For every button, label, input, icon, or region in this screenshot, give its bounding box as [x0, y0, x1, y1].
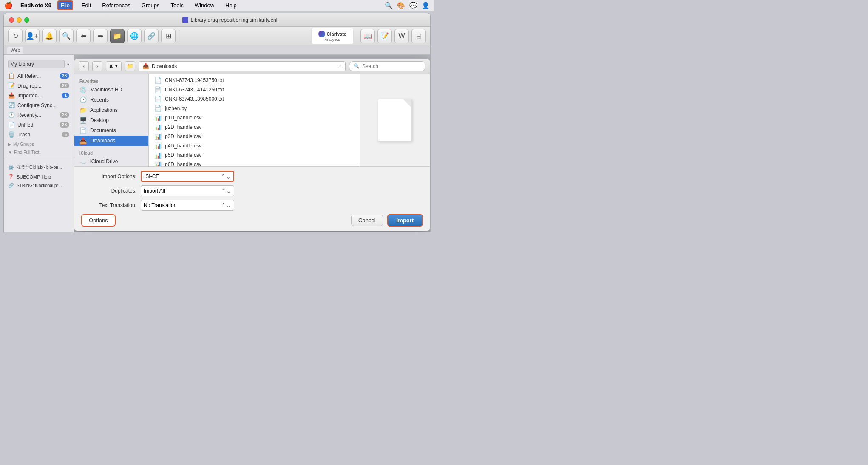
trash-icon: 🗑️ [8, 131, 15, 138]
import-options-select[interactable]: ISI-CE ⌃⌄ [141, 171, 234, 182]
file-item-p5d[interactable]: 📊 p5D_handle.csv [149, 150, 360, 160]
sidebar-item-all-references[interactable]: 📋 All Refer... 28 [4, 71, 74, 81]
menu-window[interactable]: Window [192, 1, 217, 9]
import-button[interactable]: Import [387, 214, 423, 227]
my-groups-section[interactable]: ▶ My Groups [4, 139, 74, 147]
sidebar-bottom-item-3[interactable]: 🔗 STRING: functional protein [4, 181, 74, 190]
add-reference-button[interactable]: 👤+ [25, 29, 40, 43]
search-input[interactable] [362, 63, 413, 69]
text-translation-select[interactable]: No Translation ⌃⌄ [141, 200, 234, 211]
file-item-p4d[interactable]: 📊 p4D_handle.csv [149, 141, 360, 150]
sidebar-recents[interactable]: 🕐 Recents [74, 95, 148, 105]
wechat-icon[interactable]: 💬 [409, 2, 417, 9]
file-item-cnki2[interactable]: 📄 CNKI-63743...4141250.txt [149, 85, 360, 94]
sidebar-item-configure-sync[interactable]: 🔄 Configure Sync... [4, 100, 74, 110]
sidebar-item-drug-rep[interactable]: 📝 Drug rep... 22 [4, 81, 74, 91]
file-item-p3d[interactable]: 📊 p3D_handle.csv [149, 132, 360, 141]
preview-corner [403, 99, 411, 108]
sidebar-bottom-item-1[interactable]: ⚙️ 江莹莹GitHub - bio-onto... [4, 163, 74, 172]
location-bar[interactable]: 📥 Downloads ⌃ [139, 61, 346, 71]
import-options-row: Import Options: ISI-CE ⌃⌄ [81, 171, 423, 182]
next-reference-button[interactable]: ➡ [93, 29, 108, 43]
minimize-button[interactable] [17, 17, 22, 23]
file-item-cnki1[interactable]: 📄 CNKI-63743...9453750.txt [149, 76, 360, 85]
apple-menu-icon[interactable]: 🍎 [4, 1, 13, 9]
sidebar-downloads[interactable]: 📥 Downloads [74, 136, 148, 146]
creative-cloud-icon[interactable]: 🎨 [397, 2, 405, 9]
notifications-button[interactable]: 🔔 [42, 29, 57, 43]
location-icon: 📥 [142, 63, 149, 69]
online-search-button[interactable]: 🌐 [127, 29, 142, 43]
file-item-p1d[interactable]: 📊 p1D_handle.csv [149, 113, 360, 122]
sidebar-item-recently[interactable]: 🕐 Recently... 28 [4, 110, 74, 120]
sidebar-bottom-item-2[interactable]: ❓ SUBCOMP Help [4, 172, 74, 181]
menu-tools[interactable]: Tools [168, 1, 186, 9]
file-item-p6d[interactable]: 📊 p6D_handle.csv [149, 160, 360, 166]
drug-rep-icon: 📝 [8, 82, 15, 89]
sidebar-documents[interactable]: 📄 Documents [74, 125, 148, 136]
duplicates-arrow: ⌃⌄ [221, 187, 231, 194]
layout-button[interactable]: ⊞ [161, 29, 176, 43]
groups-button[interactable]: 🔗 [144, 29, 159, 43]
favorites-label: Favorites [74, 77, 148, 85]
local-library-button[interactable]: 📁 [110, 29, 125, 43]
dialog-sidebar: Favorites 💿 Macintosh HD 🕐 Recents 📁 App… [74, 74, 149, 166]
cite-button[interactable]: 📖 [360, 29, 375, 43]
content-area: ‹ › ⊞ ▾ 📁 📥 Downloads ⌃ 🔍 [74, 55, 430, 232]
view-mode-button[interactable]: ⊞ ▾ [106, 61, 122, 71]
search-button[interactable]: 🔍 [59, 29, 74, 43]
github-icon: ⚙️ [8, 165, 14, 170]
recently-icon: 🕐 [8, 112, 15, 118]
sidebar-macintosh-hd[interactable]: 💿 Macintosh HD [74, 85, 148, 95]
user-icon[interactable]: 👤 [422, 2, 430, 9]
file-item-cnki3[interactable]: 📄 CNKI-63743...3985000.txt [149, 94, 360, 104]
all-references-badge: 28 [60, 73, 69, 79]
recently-badge: 28 [60, 112, 69, 118]
sidebar-desktop[interactable]: 🖥️ Desktop [74, 115, 148, 125]
new-folder-button[interactable]: 📁 [125, 61, 135, 71]
web-tab[interactable]: Web [7, 47, 23, 54]
search-bar[interactable]: 🔍 [349, 61, 425, 71]
cancel-button[interactable]: Cancel [351, 215, 383, 226]
menu-file[interactable]: File [57, 0, 73, 10]
word-button[interactable]: W [394, 29, 409, 43]
find-full-text-section[interactable]: ▼ Find Full Text [4, 147, 74, 156]
maximize-button[interactable] [24, 17, 29, 23]
documents-icon: 📄 [79, 127, 87, 134]
options-button[interactable]: Options [81, 214, 116, 227]
location-text: Downloads [152, 63, 336, 69]
configure-sync-icon: 🔄 [8, 102, 15, 108]
sidebar-item-trash[interactable]: 🗑️ Trash 5 [4, 130, 74, 139]
sidebar-item-unfiled[interactable]: 📄 Unfiled 28 [4, 120, 74, 130]
layout-toggle-button[interactable]: ⊟ [411, 29, 426, 43]
clarivate-sub: Analytics [325, 37, 340, 42]
nav-forward-button[interactable]: › [92, 61, 102, 71]
text-translation-label: Text Translation: [81, 202, 136, 208]
search-icon[interactable]: 🔍 [385, 2, 393, 9]
dialog-bottom: Import Options: ISI-CE ⌃⌄ Duplicates: Im… [74, 166, 430, 231]
prev-reference-button[interactable]: ⬅ [76, 29, 91, 43]
preview-document [378, 99, 412, 142]
downloads-icon: 📥 [79, 137, 87, 144]
bibliography-button[interactable]: 📝 [377, 29, 392, 43]
sidebar-item-imported[interactable]: 📥 Imported... 1 [4, 91, 74, 100]
menu-references[interactable]: References [99, 1, 133, 9]
menu-edit[interactable]: Edit [79, 1, 94, 9]
file-item-juzhen[interactable]: 📄 juzhen.py [149, 104, 360, 113]
menu-groups[interactable]: Groups [139, 1, 162, 9]
close-button[interactable] [9, 17, 14, 23]
text-translation-row: Text Translation: No Translation ⌃⌄ [81, 200, 423, 211]
sync-button[interactable]: ↻ [8, 29, 23, 43]
help-icon: ❓ [8, 174, 14, 179]
file-item-p2d[interactable]: 📊 p2D_handle.csv [149, 122, 360, 132]
nav-back-button[interactable]: ‹ [79, 61, 89, 71]
toolbar-divider-1 [180, 30, 180, 42]
dropdown-arrow: ▾ [67, 62, 69, 67]
file-name-cnki1: CNKI-63743...9453750.txt [165, 77, 355, 83]
sidebar-header: My Library ▾ [4, 58, 74, 71]
menu-help[interactable]: Help [223, 1, 239, 9]
sidebar-icloud-drive[interactable]: ☁️ iCloud Drive [74, 156, 148, 166]
library-dropdown[interactable]: My Library [8, 60, 65, 68]
sidebar-applications[interactable]: 📁 Applications [74, 105, 148, 115]
duplicates-select[interactable]: Import All ⌃⌄ [141, 185, 234, 196]
